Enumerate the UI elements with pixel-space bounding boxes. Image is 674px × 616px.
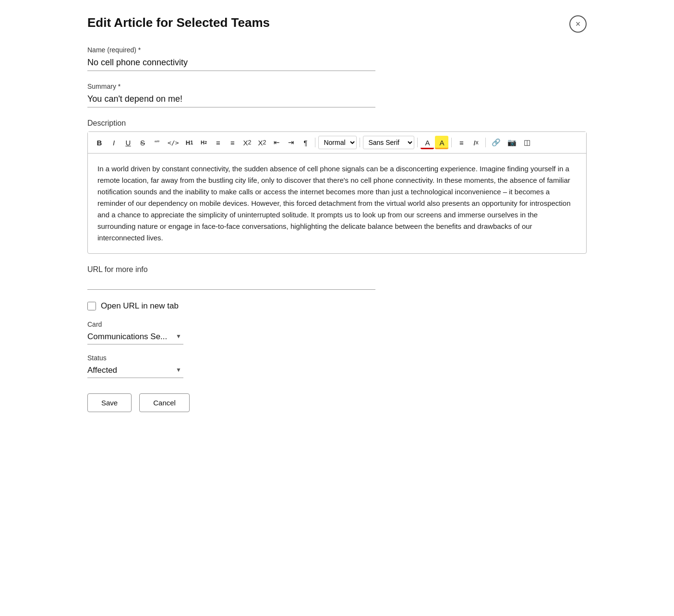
h2-button[interactable]: H2 [197,136,210,149]
quote-button[interactable]: “” [150,136,164,149]
indent-left-button[interactable]: ⇤ [270,136,283,149]
editor-content-area[interactable]: In a world driven by constant connectivi… [88,154,586,253]
font-family-select[interactable]: Normal Sans Serif Serif Monospace [363,136,414,149]
dialog-title: Edit Article for Selected Teams [87,15,270,30]
card-select[interactable]: Communications Se... Other Card [87,330,183,344]
toolbar-separator-5 [485,138,486,147]
status-field-group: Status Affected Normal Degraded Resolved [87,354,587,378]
underline-button[interactable]: U [121,136,135,149]
toolbar-separator-4 [451,138,452,147]
summary-input[interactable] [87,92,375,107]
strikethrough-button[interactable]: S [136,136,149,149]
bold-button[interactable]: B [93,136,106,149]
align-left-button[interactable]: ≡ [455,136,468,149]
toolbar-separator-2 [360,138,360,147]
subscript-button[interactable]: X2 [240,136,254,149]
table-button[interactable]: ◫ [520,136,534,149]
open-url-checkbox[interactable] [87,302,96,310]
italic-button[interactable]: I [107,136,120,149]
url-label: URL for more info [87,265,587,274]
dialog-header: Edit Article for Selected Teams × [87,15,587,33]
status-select[interactable]: Affected Normal Degraded Resolved [87,364,183,378]
image-button[interactable]: 📷 [505,136,519,149]
save-button[interactable]: Save [87,393,132,412]
font-size-select[interactable]: Normal Small Large Huge [318,136,357,149]
name-label: Name (required) * [87,46,587,54]
cancel-button[interactable]: Cancel [139,393,190,412]
summary-label: Summary * [87,83,587,90]
h1-button[interactable]: H1 [182,136,196,149]
open-url-row: Open URL in new tab [87,301,587,311]
rich-text-editor: B I U S “” </> H1 H2 ≡ ≡ X2 X2 ⇤ ⇥ ¶ Nor… [87,131,587,254]
open-url-label: Open URL in new tab [101,301,179,311]
status-select-wrapper: Affected Normal Degraded Resolved [87,364,183,378]
font-color-button[interactable]: A [421,136,434,149]
unordered-list-button[interactable]: ≡ [226,136,239,149]
toolbar-separator-1 [315,138,315,147]
clear-format-button[interactable]: Ix [469,136,482,149]
status-label: Status [87,354,587,362]
indent-right-button[interactable]: ⇥ [284,136,298,149]
card-label: Card [87,320,587,328]
superscript-button[interactable]: X2 [255,136,269,149]
editor-toolbar: B I U S “” </> H1 H2 ≡ ≡ X2 X2 ⇤ ⇥ ¶ Nor… [88,132,586,154]
code-button[interactable]: </> [165,136,181,149]
name-input[interactable] [87,56,375,71]
close-button[interactable]: × [569,15,587,33]
ordered-list-button[interactable]: ≡ [211,136,225,149]
name-field-group: Name (required) * [87,46,587,71]
description-field-group: Description B I U S “” </> H1 H2 ≡ ≡ X2 … [87,119,587,254]
card-select-wrapper: Communications Se... Other Card [87,330,183,344]
link-button[interactable]: 🔗 [489,136,504,149]
url-input[interactable] [87,276,375,290]
description-label: Description [87,119,587,128]
toolbar-separator-3 [417,138,418,147]
edit-article-dialog: Edit Article for Selected Teams × Name (… [68,0,606,528]
url-field-group: URL for more info [87,265,587,290]
card-field-group: Card Communications Se... Other Card [87,320,587,344]
summary-field-group: Summary * [87,83,587,107]
paragraph-button[interactable]: ¶ [299,136,312,149]
highlight-button[interactable]: A [435,136,448,149]
action-buttons: Save Cancel [87,393,587,412]
